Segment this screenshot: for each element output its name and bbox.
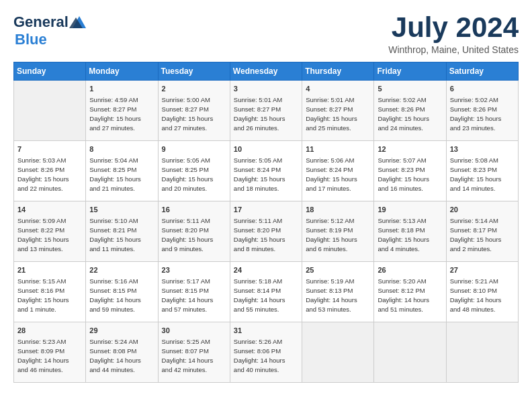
day-number: 15 [89, 204, 154, 216]
day-number: 25 [306, 265, 370, 276]
calendar-cell: 9Sunrise: 5:05 AM Sunset: 8:25 PM Daylig… [158, 141, 230, 201]
calendar-cell: 1Sunrise: 4:59 AM Sunset: 8:27 PM Daylig… [86, 81, 158, 141]
calendar-cell: 29Sunrise: 5:24 AM Sunset: 8:08 PM Dayli… [86, 322, 158, 383]
day-info: Sunrise: 5:16 AM Sunset: 8:15 PM Dayligh… [89, 277, 154, 315]
day-number: 28 [17, 325, 82, 336]
day-number: 13 [450, 144, 515, 155]
calendar-cell: 8Sunrise: 5:04 AM Sunset: 8:25 PM Daylig… [86, 141, 158, 201]
calendar-cell: 17Sunrise: 5:11 AM Sunset: 8:20 PM Dayli… [230, 201, 302, 262]
day-number: 2 [162, 83, 226, 95]
calendar-table: SundayMondayTuesdayWednesdayThursdayFrid… [13, 62, 519, 383]
page-header: General Blue July 2024 Winthrop, Maine, … [13, 13, 519, 55]
calendar-cell: 23Sunrise: 5:17 AM Sunset: 8:15 PM Dayli… [158, 262, 230, 322]
day-info: Sunrise: 5:00 AM Sunset: 8:27 PM Dayligh… [162, 95, 226, 134]
calendar-cell: 3Sunrise: 5:01 AM Sunset: 8:27 PM Daylig… [230, 81, 302, 141]
calendar-cell: 31Sunrise: 5:26 AM Sunset: 8:06 PM Dayli… [230, 322, 302, 383]
day-info: Sunrise: 5:02 AM Sunset: 8:26 PM Dayligh… [378, 95, 442, 134]
day-info: Sunrise: 5:04 AM Sunset: 8:25 PM Dayligh… [89, 156, 154, 194]
day-number: 30 [162, 325, 226, 336]
calendar-cell: 26Sunrise: 5:20 AM Sunset: 8:12 PM Dayli… [374, 262, 446, 322]
day-number: 14 [17, 204, 82, 216]
calendar-cell: 19Sunrise: 5:13 AM Sunset: 8:18 PM Dayli… [374, 201, 446, 262]
day-number: 31 [234, 325, 298, 336]
day-info: Sunrise: 5:03 AM Sunset: 8:26 PM Dayligh… [17, 156, 82, 194]
calendar-cell: 24Sunrise: 5:18 AM Sunset: 8:14 PM Dayli… [230, 262, 302, 322]
day-number: 11 [306, 144, 370, 155]
weekday-header-tuesday: Tuesday [158, 62, 230, 81]
calendar-cell: 5Sunrise: 5:02 AM Sunset: 8:26 PM Daylig… [374, 81, 446, 141]
calendar-cell: 16Sunrise: 5:11 AM Sunset: 8:20 PM Dayli… [158, 201, 230, 262]
day-info: Sunrise: 5:11 AM Sunset: 8:20 PM Dayligh… [234, 216, 298, 255]
day-info: Sunrise: 5:23 AM Sunset: 8:09 PM Dayligh… [17, 337, 82, 375]
day-number: 21 [17, 265, 82, 276]
day-number: 26 [378, 265, 442, 276]
day-info: Sunrise: 5:06 AM Sunset: 8:24 PM Dayligh… [306, 156, 370, 194]
weekday-header-sunday: Sunday [14, 62, 86, 81]
location-text: Winthrop, Maine, United States [388, 44, 519, 55]
day-info: Sunrise: 5:26 AM Sunset: 8:06 PM Dayligh… [234, 337, 298, 375]
weekday-header-wednesday: Wednesday [230, 62, 302, 81]
calendar-cell [374, 322, 446, 383]
day-info: Sunrise: 5:24 AM Sunset: 8:08 PM Dayligh… [89, 337, 154, 375]
day-info: Sunrise: 5:21 AM Sunset: 8:10 PM Dayligh… [450, 277, 515, 315]
day-info: Sunrise: 5:05 AM Sunset: 8:25 PM Dayligh… [162, 156, 226, 194]
calendar-cell: 6Sunrise: 5:02 AM Sunset: 8:26 PM Daylig… [446, 81, 518, 141]
day-info: Sunrise: 5:18 AM Sunset: 8:14 PM Dayligh… [234, 277, 298, 315]
calendar-cell: 22Sunrise: 5:16 AM Sunset: 8:15 PM Dayli… [86, 262, 158, 322]
day-number: 7 [17, 144, 82, 155]
day-number: 24 [234, 265, 298, 276]
day-info: Sunrise: 5:01 AM Sunset: 8:27 PM Dayligh… [234, 95, 298, 134]
day-number: 27 [450, 265, 515, 276]
calendar-cell: 27Sunrise: 5:21 AM Sunset: 8:10 PM Dayli… [446, 262, 518, 322]
logo-icon [69, 15, 87, 30]
day-number: 16 [162, 204, 226, 216]
day-info: Sunrise: 5:07 AM Sunset: 8:23 PM Dayligh… [378, 156, 442, 194]
month-title: July 2024 [388, 13, 519, 42]
weekday-header-friday: Friday [374, 62, 446, 81]
day-number: 9 [162, 144, 226, 155]
day-number: 12 [378, 144, 442, 155]
weekday-header-saturday: Saturday [446, 62, 518, 81]
day-info: Sunrise: 5:02 AM Sunset: 8:26 PM Dayligh… [450, 95, 515, 134]
day-number: 23 [162, 265, 226, 276]
logo-general-text: General [13, 13, 69, 31]
weekday-header-thursday: Thursday [302, 62, 374, 81]
day-info: Sunrise: 5:12 AM Sunset: 8:19 PM Dayligh… [306, 216, 370, 255]
calendar-cell: 2Sunrise: 5:00 AM Sunset: 8:27 PM Daylig… [158, 81, 230, 141]
day-number: 18 [306, 204, 370, 216]
calendar-cell: 11Sunrise: 5:06 AM Sunset: 8:24 PM Dayli… [302, 141, 374, 201]
day-info: Sunrise: 5:10 AM Sunset: 8:21 PM Dayligh… [89, 216, 154, 255]
day-info: Sunrise: 4:59 AM Sunset: 8:27 PM Dayligh… [89, 95, 154, 134]
day-number: 20 [450, 204, 515, 216]
calendar-cell: 4Sunrise: 5:01 AM Sunset: 8:27 PM Daylig… [302, 81, 374, 141]
calendar-cell: 13Sunrise: 5:08 AM Sunset: 8:23 PM Dayli… [446, 141, 518, 201]
day-info: Sunrise: 5:08 AM Sunset: 8:23 PM Dayligh… [450, 156, 515, 194]
day-number: 22 [89, 265, 154, 276]
day-number: 8 [89, 144, 154, 155]
day-number: 19 [378, 204, 442, 216]
day-number: 6 [450, 83, 515, 95]
day-info: Sunrise: 5:25 AM Sunset: 8:07 PM Dayligh… [162, 337, 226, 375]
day-info: Sunrise: 5:01 AM Sunset: 8:27 PM Dayligh… [306, 95, 370, 134]
day-number: 5 [378, 83, 442, 95]
day-number: 17 [234, 204, 298, 216]
calendar-cell: 21Sunrise: 5:15 AM Sunset: 8:16 PM Dayli… [14, 262, 86, 322]
logo-blue-text: Blue [15, 31, 47, 48]
day-number: 4 [306, 83, 370, 95]
day-number: 10 [234, 144, 298, 155]
calendar-cell: 15Sunrise: 5:10 AM Sunset: 8:21 PM Dayli… [86, 201, 158, 262]
calendar-cell [302, 322, 374, 383]
day-info: Sunrise: 5:20 AM Sunset: 8:12 PM Dayligh… [378, 277, 442, 315]
title-block: July 2024 Winthrop, Maine, United States [388, 13, 519, 55]
day-info: Sunrise: 5:13 AM Sunset: 8:18 PM Dayligh… [378, 216, 442, 255]
calendar-cell: 14Sunrise: 5:09 AM Sunset: 8:22 PM Dayli… [14, 201, 86, 262]
logo: General Blue [13, 13, 87, 48]
day-info: Sunrise: 5:19 AM Sunset: 8:13 PM Dayligh… [306, 277, 370, 315]
calendar-cell: 30Sunrise: 5:25 AM Sunset: 8:07 PM Dayli… [158, 322, 230, 383]
day-info: Sunrise: 5:09 AM Sunset: 8:22 PM Dayligh… [17, 216, 82, 255]
day-number: 29 [89, 325, 154, 336]
day-info: Sunrise: 5:11 AM Sunset: 8:20 PM Dayligh… [162, 216, 226, 255]
calendar-cell [14, 81, 86, 141]
day-info: Sunrise: 5:14 AM Sunset: 8:17 PM Dayligh… [450, 216, 515, 255]
calendar-cell: 12Sunrise: 5:07 AM Sunset: 8:23 PM Dayli… [374, 141, 446, 201]
